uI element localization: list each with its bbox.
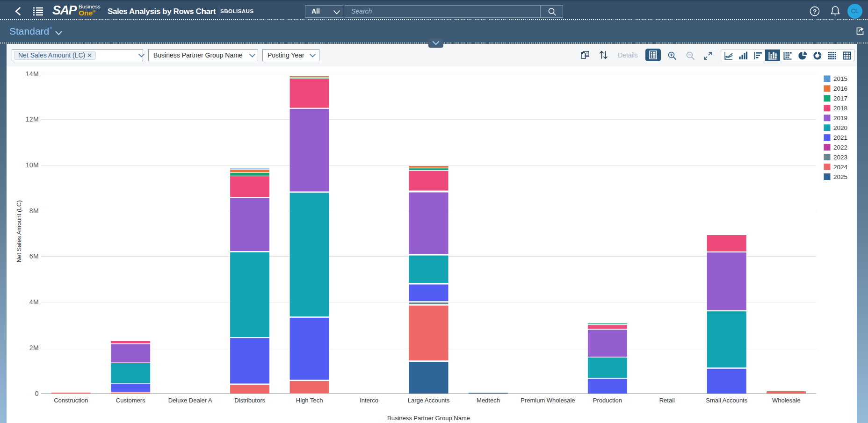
svg-text:Production: Production [593,397,622,404]
svg-text:Retail: Retail [659,397,675,404]
svg-text:Large Accounts: Large Accounts [408,397,450,404]
svg-text:?: ? [813,8,817,15]
svg-text:14M: 14M [26,70,39,78]
svg-text:2024: 2024 [833,164,848,171]
svg-text:Medtech: Medtech [477,397,500,404]
svg-text:Customers: Customers [116,397,145,404]
svg-text:10M: 10M [26,161,39,169]
svg-text:2016: 2016 [833,85,847,92]
svg-text:Construction: Construction [54,397,88,404]
svg-text:Interco: Interco [360,397,378,404]
svg-text:2025: 2025 [833,173,847,180]
svg-text:Small Accounts: Small Accounts [706,397,747,404]
svg-text:Net Sales Amount (LC): Net Sales Amount (LC) [15,201,22,263]
svg-text:2M: 2M [29,344,39,351]
svg-text:12M: 12M [26,115,39,123]
svg-text:2020: 2020 [833,124,847,131]
svg-text:2015: 2015 [833,75,847,82]
svg-text:6M: 6M [29,252,39,260]
svg-text:Deluxe Dealer A: Deluxe Dealer A [168,397,212,404]
svg-text:High Tech: High Tech [296,397,323,404]
svg-text:Business Partner Group Name: Business Partner Group Name [387,415,470,422]
svg-text:4M: 4M [29,298,39,306]
svg-text:Distributors: Distributors [234,397,265,404]
svg-text:Premium Wholesale: Premium Wholesale [521,397,575,404]
svg-text:2018: 2018 [833,105,847,112]
svg-text:2022: 2022 [833,144,847,151]
svg-text:8M: 8M [29,207,39,215]
svg-text:2017: 2017 [833,95,847,102]
svg-text:2023: 2023 [833,154,847,161]
svg-text:0: 0 [35,390,39,397]
svg-text:2019: 2019 [833,115,847,122]
svg-text:2021: 2021 [833,134,847,141]
svg-text:Wholesale: Wholesale [772,397,801,404]
